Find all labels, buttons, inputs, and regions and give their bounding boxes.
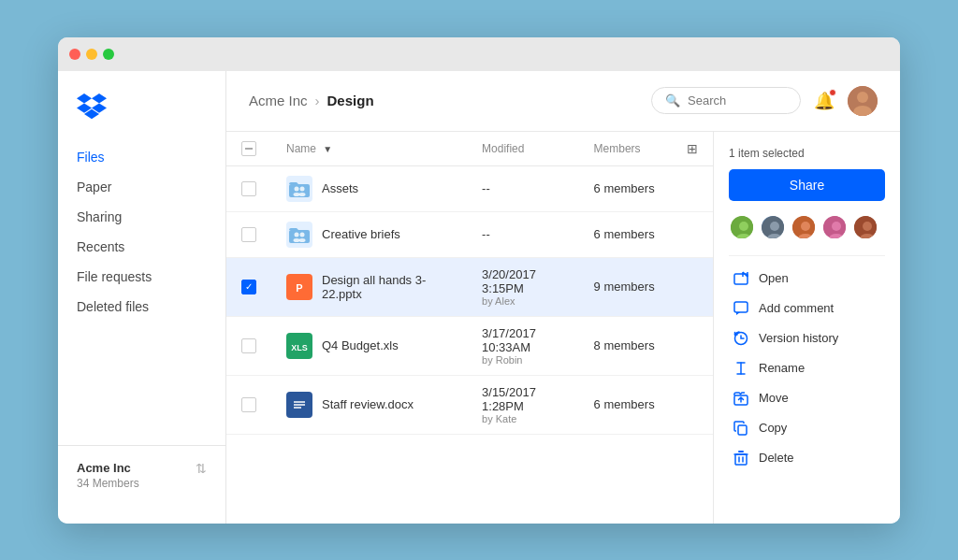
action-add-comment[interactable]: Add comment	[729, 294, 885, 323]
action-version-history-label: Version history	[759, 331, 838, 345]
move-icon	[733, 390, 749, 407]
th-name-label: Name	[286, 142, 316, 155]
move-svg-icon	[733, 391, 748, 406]
breadcrumb-separator: ›	[315, 93, 320, 108]
member-avatars-list	[729, 214, 885, 240]
th-name[interactable]: Name ▼	[271, 132, 467, 166]
row-checkbox[interactable]	[241, 227, 256, 242]
folder-icon	[286, 176, 312, 202]
row-checkbox[interactable]	[241, 338, 256, 353]
svg-rect-37	[734, 302, 748, 312]
open-icon	[733, 270, 749, 287]
content-area: Name ▼ Modified Members ⊞	[226, 132, 900, 524]
table-row[interactable]: ✓ P	[226, 257, 713, 316]
table-row[interactable]: XLS Q4 Budget.xls 3/17/2017 10:33AM by R…	[226, 316, 713, 375]
file-modified: --	[467, 211, 579, 257]
dropbox-logo-icon	[77, 90, 107, 120]
row-checkbox[interactable]: ✓	[241, 280, 256, 294]
file-members: 6 members	[579, 211, 672, 257]
file-list-area: Name ▼ Modified Members ⊞	[226, 132, 713, 524]
folder-with-people-icon-2	[289, 226, 310, 243]
svg-point-4	[295, 186, 299, 191]
action-move[interactable]: Move	[729, 383, 885, 413]
sort-arrow-icon: ▼	[323, 144, 332, 154]
sidebar: Files Paper Sharing Recents File request…	[58, 71, 226, 524]
action-version-history[interactable]: Version history	[729, 323, 885, 353]
select-all-checkbox[interactable]	[241, 141, 256, 156]
sidebar-item-deleted-files[interactable]: Deleted files	[58, 292, 225, 322]
app-window: Files Paper Sharing Recents File request…	[58, 37, 900, 524]
share-button[interactable]: Share	[729, 169, 885, 201]
breadcrumb-parent[interactable]: Acme Inc	[249, 93, 308, 108]
action-delete[interactable]: Delete	[729, 443, 885, 473]
action-add-comment-label: Add comment	[759, 301, 834, 315]
sidebar-item-file-requests[interactable]: File requests	[58, 262, 225, 292]
rename-svg-icon	[733, 361, 748, 376]
svg-rect-44	[735, 454, 747, 465]
right-panel: 1 item selected Share	[713, 132, 900, 524]
svg-point-1	[857, 92, 868, 103]
file-name-label: Assets	[322, 181, 358, 195]
table-row[interactable]: Creative briefs -- 6 members	[226, 211, 713, 257]
breadcrumb: Acme Inc › Design	[249, 93, 374, 108]
avatar-2	[762, 216, 786, 240]
file-members: 9 members	[579, 257, 672, 316]
svg-point-5	[300, 186, 305, 191]
avatar-4	[823, 216, 848, 240]
th-members: Members	[579, 132, 672, 166]
sidebar-item-paper[interactable]: Paper	[58, 172, 225, 202]
copy-icon	[733, 420, 749, 437]
minimize-button[interactable]	[86, 49, 97, 60]
close-button[interactable]	[69, 49, 80, 60]
maximize-button[interactable]	[103, 49, 114, 60]
sidebar-footer-arrow-icon[interactable]: ⇅	[196, 461, 207, 476]
th-modified[interactable]: Modified	[467, 132, 579, 166]
svg-point-7	[299, 193, 306, 196]
th-grid[interactable]: ⊞	[672, 132, 713, 166]
docx-icon	[286, 392, 312, 418]
comment-svg-icon	[733, 301, 748, 316]
sidebar-item-sharing[interactable]: Sharing	[58, 202, 225, 232]
svg-point-28	[801, 222, 810, 231]
delete-icon	[733, 450, 749, 467]
file-members: 6 members	[579, 375, 672, 434]
delete-svg-icon	[733, 451, 748, 466]
copy-svg-icon	[733, 421, 748, 436]
row-checkbox[interactable]	[241, 181, 256, 196]
folder-icon	[286, 222, 312, 248]
search-box[interactable]: 🔍	[651, 87, 801, 114]
table-row[interactable]: Staff review.docx 3/15/2017 1:28PM by Ka…	[226, 375, 713, 434]
file-name-cell: P Design all hands 3-22.pptx	[271, 257, 467, 316]
search-input[interactable]	[688, 93, 787, 108]
notification-badge	[829, 89, 836, 96]
th-checkbox	[226, 132, 271, 166]
search-icon: 🔍	[665, 93, 680, 108]
sidebar-item-recents[interactable]: Recents	[58, 232, 225, 262]
action-rename[interactable]: Rename	[729, 353, 885, 383]
history-svg-icon	[733, 331, 748, 346]
member-avatar	[821, 214, 848, 240]
org-members-count: 34 Members	[77, 477, 207, 490]
file-members: 8 members	[579, 316, 672, 375]
svg-point-31	[832, 222, 841, 231]
row-checkbox[interactable]	[241, 397, 256, 412]
user-avatar[interactable]	[848, 86, 878, 116]
xls-icon: XLS	[286, 333, 312, 359]
sidebar-footer: ⇅ Acme Inc 34 Members	[58, 445, 225, 505]
file-table-body: Assets -- 6 members	[226, 165, 713, 434]
sidebar-item-files[interactable]: Files	[58, 142, 225, 172]
grid-view-icon[interactable]: ⊞	[687, 141, 698, 156]
action-copy[interactable]: Copy	[729, 413, 885, 443]
action-divider	[729, 255, 885, 256]
avatar-3	[792, 216, 817, 240]
file-members: 6 members	[579, 165, 672, 211]
action-move-label: Move	[759, 391, 789, 405]
action-open[interactable]: Open	[729, 264, 885, 294]
svg-point-6	[294, 193, 300, 196]
titlebar	[58, 37, 900, 71]
file-name-cell: Assets	[271, 165, 467, 211]
member-avatar	[852, 214, 878, 240]
notification-button[interactable]: 🔔	[814, 91, 835, 111]
svg-point-10	[300, 232, 305, 237]
table-row[interactable]: Assets -- 6 members	[226, 165, 713, 211]
